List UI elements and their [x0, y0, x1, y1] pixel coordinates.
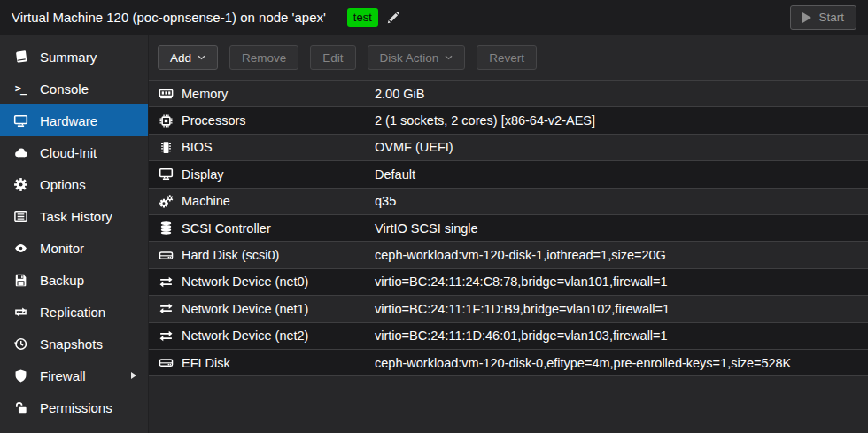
- row-label: SCSI Controller: [182, 221, 375, 236]
- row-label: Network Device (net1): [182, 302, 375, 316]
- hardware-row-machine[interactable]: Machine q35: [149, 189, 868, 215]
- book-icon: [12, 50, 28, 65]
- retweet-icon: [12, 305, 28, 320]
- cogs-icon: [158, 194, 174, 209]
- sidebar-item-replication[interactable]: Replication: [0, 296, 148, 328]
- row-value: ceph-workload:vm-120-disk-1,iothread=1,s…: [375, 248, 868, 262]
- hardware-row-display[interactable]: Display Default: [149, 161, 868, 188]
- chevron-down-icon: [445, 55, 453, 60]
- sidebar-item-task-history[interactable]: Task History: [0, 200, 148, 232]
- row-label: Network Device (net2): [182, 329, 375, 343]
- page-title: Virtual Machine 120 (poc-opnsense-1) on …: [12, 10, 326, 25]
- memory-icon: [158, 86, 174, 101]
- sidebar-item-label: Replication: [40, 305, 105, 320]
- sidebar-item-backup[interactable]: Backup: [0, 264, 148, 296]
- sidebar-item-label: Snapshots: [40, 336, 103, 352]
- row-label: Hard Disk (scsi0): [182, 248, 375, 262]
- hardware-row-scsi-controller[interactable]: SCSI Controller VirtIO SCSI single: [149, 215, 868, 242]
- hdd-icon: [158, 355, 174, 370]
- hardware-toolbar: Add Remove Edit Disk Action Revert: [149, 35, 868, 80]
- sidebar-item-label: Options: [40, 177, 86, 192]
- remove-button-label: Remove: [242, 51, 286, 65]
- sidebar-item-label: Cloud-Init: [40, 145, 97, 160]
- start-button[interactable]: Start: [790, 5, 856, 30]
- desktop-icon: [12, 113, 28, 128]
- sidebar-item-monitor[interactable]: Monitor: [0, 232, 148, 264]
- submenu-caret-icon: [131, 372, 136, 379]
- vm-tag[interactable]: test: [347, 8, 378, 27]
- row-value: OVMF (UEFI): [375, 140, 868, 154]
- sidebar-item-console[interactable]: >_ Console: [0, 73, 148, 104]
- hardware-row-efi-disk[interactable]: EFI Disk ceph-workload:vm-120-disk-0,efi…: [149, 350, 868, 376]
- sidebar-item-label: Monitor: [40, 241, 84, 256]
- cpu-icon: [158, 113, 174, 128]
- row-value: virtio=BC:24:11:24:C8:78,bridge=vlan101,…: [375, 274, 868, 289]
- sidebar-item-firewall[interactable]: Firewall: [0, 360, 148, 391]
- app-root: Virtual Machine 120 (poc-opnsense-1) on …: [0, 0, 868, 433]
- edit-button-label: Edit: [322, 51, 343, 65]
- eye-icon: [12, 241, 28, 256]
- add-button[interactable]: Add: [158, 45, 218, 70]
- row-label: EFI Disk: [182, 356, 375, 370]
- sidebar-item-label: Task History: [40, 209, 112, 224]
- list-icon: [12, 209, 28, 224]
- sidebar-item-permissions[interactable]: Permissions: [0, 391, 148, 423]
- sidebar-item-cloud-init[interactable]: Cloud-Init: [0, 136, 148, 168]
- sidebar-item-label: Firewall: [40, 368, 86, 383]
- sidebar-item-options[interactable]: Options: [0, 168, 148, 200]
- shield-icon: [12, 368, 28, 383]
- remove-button[interactable]: Remove: [229, 45, 298, 70]
- sidebar-item-hardware[interactable]: Hardware: [0, 104, 148, 136]
- sidebar-item-summary[interactable]: Summary: [0, 41, 148, 73]
- chevron-down-icon: [198, 55, 205, 60]
- hardware-row-memory[interactable]: Memory 2.00 GiB: [149, 81, 868, 107]
- display-icon: [158, 166, 174, 182]
- row-value: q35: [375, 194, 868, 208]
- edit-button[interactable]: Edit: [310, 45, 355, 70]
- exchange-icon: [158, 301, 174, 316]
- hardware-grid: Memory 2.00 GiB Processors 2 (1 sockets,…: [149, 80, 868, 376]
- hardware-row-network-net2[interactable]: Network Device (net2) virtio=BC:24:11:1D…: [149, 323, 868, 350]
- row-label: Display: [182, 167, 375, 182]
- sidebar-item-label: Summary: [40, 50, 97, 65]
- hardware-row-processors[interactable]: Processors 2 (1 sockets, 2 cores) [x86-6…: [149, 107, 868, 134]
- revert-button[interactable]: Revert: [477, 45, 537, 70]
- main-layout: Summary >_ Console Hardware Cloud-Init O…: [0, 35, 868, 433]
- sidebar-item-label: Hardware: [40, 113, 97, 128]
- sidebar-item-label: Permissions: [40, 400, 112, 415]
- row-value: VirtIO SCSI single: [375, 221, 868, 236]
- floppy-icon: [12, 273, 28, 288]
- gear-icon: [12, 177, 28, 192]
- history-icon: [12, 336, 28, 352]
- database-icon: [158, 220, 174, 236]
- row-label: Memory: [182, 87, 375, 101]
- row-label: BIOS: [182, 140, 375, 154]
- sidebar-item-snapshots[interactable]: Snapshots: [0, 328, 148, 360]
- terminal-icon: >_: [12, 81, 28, 97]
- vm-header: Virtual Machine 120 (poc-opnsense-1) on …: [0, 0, 868, 35]
- hardware-row-hard-disk[interactable]: Hard Disk (scsi0) ceph-workload:vm-120-d…: [149, 242, 868, 268]
- unlock-icon: [12, 400, 28, 415]
- revert-button-label: Revert: [489, 51, 524, 65]
- disk-action-button[interactable]: Disk Action: [368, 45, 466, 70]
- row-value: 2.00 GiB: [375, 87, 868, 101]
- row-value: virtio=BC:24:11:1F:1D:B9,bridge=vlan102,…: [375, 302, 868, 316]
- disk-action-button-label: Disk Action: [380, 51, 439, 65]
- row-label: Machine: [182, 194, 375, 208]
- sidebar-item-label: Console: [40, 81, 89, 97]
- row-value: ceph-workload:vm-120-disk-0,efitype=4m,p…: [375, 356, 868, 370]
- edit-tags-pencil-icon[interactable]: [386, 11, 400, 25]
- row-label: Network Device (net0): [182, 274, 375, 289]
- row-value: 2 (1 sockets, 2 cores) [x86-64-v2-AES]: [375, 113, 868, 128]
- hardware-row-bios[interactable]: BIOS OVMF (UEFI): [149, 135, 868, 161]
- hdd-icon: [158, 248, 174, 263]
- microchip-icon: [158, 140, 174, 155]
- hardware-row-network-net1[interactable]: Network Device (net1) virtio=BC:24:11:1F…: [149, 296, 868, 322]
- vm-sidebar: Summary >_ Console Hardware Cloud-Init O…: [0, 35, 149, 433]
- row-value: Default: [375, 167, 868, 182]
- hardware-row-network-net0[interactable]: Network Device (net0) virtio=BC:24:11:24…: [149, 269, 868, 296]
- hardware-panel: Add Remove Edit Disk Action Revert: [149, 35, 868, 433]
- exchange-icon: [158, 329, 174, 344]
- cloud-icon: [12, 145, 28, 160]
- add-button-label: Add: [170, 51, 191, 65]
